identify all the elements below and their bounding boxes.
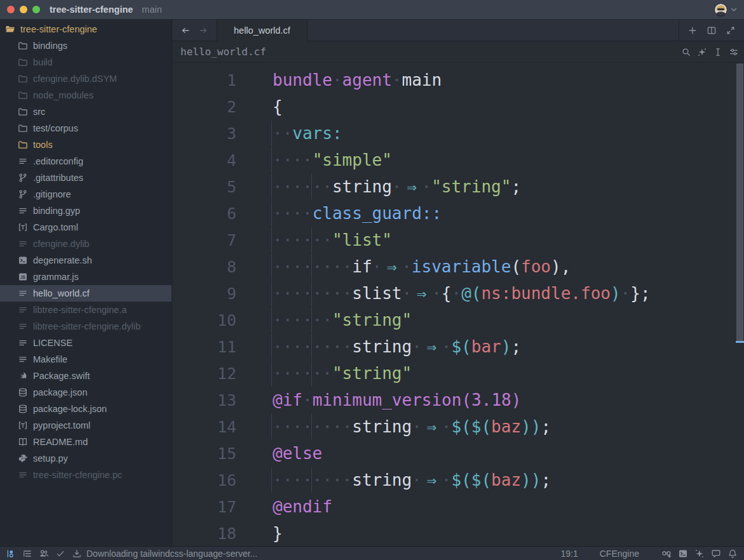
search-icon[interactable]: [679, 45, 693, 59]
download-icon[interactable]: [71, 548, 82, 559]
git-branch-icon: [18, 173, 28, 183]
line-number: 8: [172, 258, 236, 276]
file-tree-item-hello-world-cf[interactable]: hello_world.cf: [0, 285, 172, 302]
bell-icon[interactable]: [727, 548, 738, 559]
minimize-window-button[interactable]: [20, 6, 27, 13]
breadcrumb[interactable]: hello_world.cf: [180, 46, 266, 58]
ai-sparkle-icon[interactable]: [694, 548, 705, 559]
window-controls: [7, 6, 40, 13]
user-avatar[interactable]: [714, 3, 727, 17]
indent-guide: [271, 201, 272, 226]
language-selector[interactable]: CFEngine: [600, 549, 639, 559]
file-tree-item-package-lock-json[interactable]: package-lock.json: [0, 401, 172, 417]
plus-icon[interactable]: [686, 23, 700, 37]
line-content: ······"string": [273, 310, 412, 330]
file-tree-item-grammar-js[interactable]: JSgrammar.js: [0, 269, 172, 285]
folder-tree-item-test-corpus[interactable]: test/corpus: [0, 120, 172, 137]
file-tree-item-cargo-toml[interactable]: Cargo.toml: [0, 219, 172, 236]
check-icon[interactable]: [55, 548, 65, 559]
arrow-left-icon[interactable]: [179, 23, 193, 37]
indent-guide: [311, 334, 312, 359]
cursor-position[interactable]: 19:1: [560, 549, 578, 559]
line-number: 14: [172, 418, 236, 436]
file-tree-item-libtree-sitter-cfengine-a[interactable]: libtree-sitter-cfengine.a: [0, 302, 172, 318]
file-tree-item-setup-py[interactable]: setup.py: [0, 450, 172, 467]
code-line-15: 15@else: [172, 440, 744, 467]
outline-panel-icon[interactable]: [22, 548, 32, 559]
chat-icon[interactable]: [710, 548, 721, 559]
folder-icon: [18, 74, 28, 84]
sliders-icon[interactable]: [727, 45, 741, 59]
zoom-window-button[interactable]: [32, 6, 40, 13]
file-tree-item-degenerate-sh[interactable]: degenerate.sh: [0, 252, 172, 269]
sparkles-icon[interactable]: [695, 45, 709, 59]
file-tree-item-pyproject-toml[interactable]: pyproject.toml: [0, 417, 172, 434]
indent-guide: [271, 334, 272, 359]
folder-icon: [18, 57, 28, 67]
file-label: libtree-sitter-cfengine.a: [33, 305, 127, 315]
project-name[interactable]: tree-sitter-cfengine: [50, 4, 133, 15]
project-panel-icon[interactable]: [5, 548, 16, 559]
line-number: 9: [172, 284, 236, 303]
terminal-icon[interactable]: [677, 548, 688, 559]
code-line-11: 11········string·⇒·$(bar);: [172, 333, 744, 360]
tab-hello-world-cf[interactable]: hello_world.cf: [217, 20, 308, 41]
indent-guide: [311, 467, 312, 493]
indent-guide: [271, 174, 272, 199]
file-tree-item-cfengine-dylib[interactable]: cfengine.dylib: [0, 236, 172, 252]
folder-tree-item-node-modules[interactable]: node_modules: [0, 87, 172, 103]
file-label: README.md: [33, 437, 88, 447]
editor-toolbar: hello_world.cf: [172, 41, 744, 63]
file-tree-item-license[interactable]: LICENSE: [0, 335, 172, 351]
file-label: Cargo.toml: [33, 222, 78, 232]
file-tree-item-makefile[interactable]: Makefile: [0, 351, 172, 368]
folder-tree-item-tree-sitter-cfengine[interactable]: tree-sitter-cfengine: [0, 21, 172, 37]
file-label: package-lock.json: [33, 404, 107, 414]
folder-tree-item-tools[interactable]: tools: [0, 137, 172, 153]
file-label: tree-sitter-cfengine: [20, 24, 97, 34]
code-line-5: 5······string·⇒·"string";: [172, 173, 744, 200]
file-label: build: [33, 57, 53, 67]
collaboration-icon[interactable]: [38, 548, 49, 559]
file-tree-item-tree-sitter-cfengine-pc[interactable]: tree-sitter-cfengine.pc: [0, 467, 172, 483]
doc-lines-icon: [18, 354, 28, 364]
line-content: ····class_guard::: [273, 204, 442, 223]
line-number: 12: [172, 364, 236, 383]
ibeam-icon[interactable]: [711, 45, 725, 59]
file-tree-item--gitignore[interactable]: .gitignore: [0, 186, 172, 203]
file-tree-item-libtree-sitter-cfengine-dylib[interactable]: libtree-sitter-cfengine.dylib: [0, 318, 172, 335]
cursor-position-marker: [736, 341, 744, 343]
file-tree-item--gitattributes[interactable]: .gitattributes: [0, 170, 172, 186]
file-label: binding.gyp: [33, 206, 80, 216]
code-editor[interactable]: 1bundle·agent·main2{3··vars:4····"simple…: [172, 63, 744, 546]
arrow-right-icon[interactable]: [196, 23, 210, 37]
line-content: ······string·⇒·"string";: [273, 177, 521, 196]
file-tree-item-package-json[interactable]: package.json: [0, 384, 172, 401]
scrollbar-thumb[interactable]: [736, 63, 743, 343]
close-window-button[interactable]: [7, 6, 15, 13]
status-right-icons: [661, 548, 738, 559]
folder-tree-item-cfengine-dylib-dsym[interactable]: cfengine.dylib.dSYM: [0, 70, 172, 87]
status-message: Downloading tailwindcss-language-server.…: [86, 549, 257, 559]
code-line-14: 14········string·⇒·$($(baz));: [172, 413, 744, 440]
file-tree-item-package-swift[interactable]: Package.swift: [0, 368, 172, 384]
file-tree-item--editorconfig[interactable]: .editorconfig: [0, 153, 172, 170]
project-panel: tree-sitter-cfenginebindingsbuildcfengin…: [0, 20, 172, 546]
indent-guide: [311, 227, 312, 253]
editor-scrollbar[interactable]: [736, 63, 744, 546]
git-branch-name[interactable]: main: [142, 4, 161, 15]
split-icon[interactable]: [705, 23, 719, 37]
file-label: Makefile: [33, 354, 67, 364]
indent-guide: [271, 361, 272, 386]
folder-tree-item-src[interactable]: src: [0, 103, 172, 120]
file-label: .gitignore: [33, 189, 71, 199]
indent-guide: [271, 121, 272, 146]
file-tree-item-binding-gyp[interactable]: binding.gyp: [0, 203, 172, 219]
file-label: cfengine.dylib: [33, 239, 90, 249]
copilot-icon[interactable]: [661, 548, 672, 559]
file-tree-item-readme-md[interactable]: README.md: [0, 434, 172, 450]
chevron-down-icon[interactable]: [729, 3, 739, 17]
folder-tree-item-build[interactable]: build: [0, 54, 172, 70]
expand-icon[interactable]: [724, 23, 738, 37]
folder-tree-item-bindings[interactable]: bindings: [0, 37, 172, 54]
